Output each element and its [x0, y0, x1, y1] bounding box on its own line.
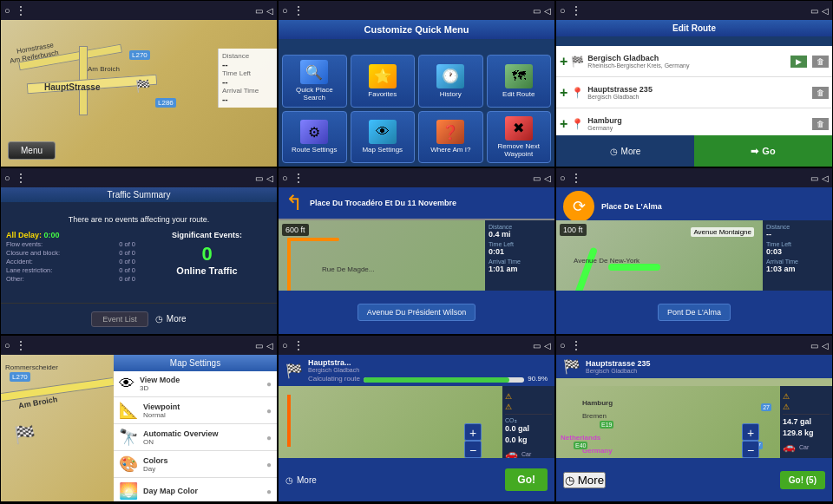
add-icon-0[interactable]: + — [560, 54, 567, 69]
cell-edit-route: ○ ⋮ ▭ ◁ Edit Route + 🏁 Bergisch Gladbach… — [555, 0, 833, 167]
back-icon-6[interactable]: ◁ — [822, 173, 829, 183]
circle-icon-4: ○ — [4, 173, 10, 183]
route-main-0: Bergisch Gladbach — [587, 54, 787, 62]
route-row-2: + 📍 Hamburg Germany 🗑 — [556, 108, 832, 135]
menu-dots-8[interactable]: ⋮ — [293, 339, 305, 351]
qm-label-history: History — [440, 90, 462, 98]
menu-dots-4[interactable]: ⋮ — [16, 172, 27, 184]
qm-item-map-settings[interactable]: 👁 Map Settings — [351, 111, 416, 164]
window-icon-4: ▭ — [255, 173, 263, 183]
zoom-plus-btn-8[interactable]: + — [464, 423, 482, 441]
menu-dots-6[interactable]: ⋮ — [571, 172, 582, 184]
label-hauptstrasse: HauptStrasse — [44, 82, 100, 92]
route-line-8 — [287, 395, 291, 447]
calc-more-button[interactable]: ◷ More — [285, 475, 317, 485]
all-delay-val: 0:00 — [44, 231, 60, 239]
zoom-minus-btn-8[interactable]: − — [464, 441, 482, 458]
closure-val: 0 of 0 — [119, 249, 135, 257]
route-del-btn-0[interactable]: 🗑 — [812, 56, 829, 68]
footer-street-btn-5[interactable]: Avenue Du Président Wilson — [357, 304, 476, 321]
calc-go-button[interactable]: Go! — [505, 468, 548, 491]
lane-label: Lane restriction: — [6, 266, 52, 274]
footer-street-btn-6[interactable]: Pont De L'Alma — [658, 304, 731, 321]
back-icon-9[interactable]: ◁ — [822, 341, 829, 350]
add-icon-2[interactable]: + — [560, 116, 567, 132]
add-icon-1[interactable]: + — [560, 85, 567, 101]
route-row-0: + 🏁 Bergisch Gladbach Rheinisch-Bergisch… — [556, 46, 832, 77]
back-icon-3[interactable]: ◁ — [822, 6, 829, 16]
back-icon-4[interactable]: ◁ — [266, 173, 273, 183]
traffic-row-flow: Flow events: 0 of 0 — [6, 240, 135, 248]
qm-item-where-am-i[interactable]: ❓ Where Am I? — [418, 111, 483, 164]
qm-item-favorites[interactable]: ⭐ Favorites — [351, 55, 416, 108]
settings-row-autooverview[interactable]: 🔭 Automatic Overview ON ● — [114, 424, 277, 451]
green-route-vert — [574, 246, 598, 291]
cell-navigation-map: ○ ⋮ ▭ ◁ The start point has disabled the… — [0, 0, 278, 167]
road-num-E40: E40 — [574, 442, 587, 449]
route-settings-icon: ⚙ — [300, 120, 328, 144]
menu-dots-5[interactable]: ⋮ — [293, 172, 305, 184]
cell-nav-trocadero: ○ ⋮ ▭ ◁ ↰ Place Du Trocadéro Et Du 11 No… — [278, 167, 555, 335]
finish-flag-icon: 🏁 — [135, 79, 150, 93]
menu-dots-3[interactable]: ⋮ — [571, 4, 582, 16]
viewpoint-text: Viewpoint Normal — [143, 403, 261, 419]
road-badge-L270: L270 — [129, 50, 150, 60]
event-list-button[interactable]: Event List — [91, 311, 148, 327]
menu-dots-1[interactable]: ⋮ — [16, 4, 27, 16]
window-icon-9: ▭ — [810, 341, 818, 350]
qm-item-route-settings[interactable]: ⚙ Route Settings — [282, 111, 347, 164]
nav-go-button-9[interactable]: Go! (5) — [780, 471, 825, 489]
qm-item-history[interactable]: 🕐 History — [418, 55, 483, 108]
nav-dest-9: Hauptstrasse 235 Bergisch Gladbach — [586, 359, 825, 374]
nav-sidebar-6: Distance -- Time Left 0:03 Arrival Time … — [763, 220, 832, 291]
topbar-8: ○ ⋮ ▭ ◁ — [279, 336, 554, 355]
topbar-1: ○ ⋮ ▭ ◁ — [1, 1, 277, 20]
qm-label-quick-place-search: Quick Place Search — [286, 86, 343, 101]
timeleft-label-5: Time Left — [489, 241, 551, 247]
route-del-btn-1[interactable]: 🗑 — [812, 87, 829, 99]
flow-label: Flow events: — [6, 240, 43, 248]
settings-row-daymap[interactable]: 🌅 Day Map Color ● — [114, 478, 277, 502]
nav-street-6: Place De L'Alma — [601, 202, 662, 211]
sig-events-val: 0 — [142, 243, 272, 265]
route-play-btn-0[interactable]: ▶ — [790, 56, 807, 68]
menu-dots-7[interactable]: ⋮ — [16, 339, 27, 351]
edit-route-go-button[interactable]: ➡ Go — [694, 135, 832, 167]
lane-val: 0 of 0 — [119, 266, 135, 274]
more-icon-4: ◷ — [155, 314, 163, 324]
quick-menu-header: Customize Quick Menu — [279, 20, 554, 39]
calc-right-panel: ⚠ ⚠ CO₂ 0.0 gal 0.0 kg 🚗 Car — [502, 386, 554, 458]
nav-more-button-9[interactable]: ◷ More — [563, 472, 606, 488]
settings-row-viewmode[interactable]: 👁 View Mode 3D ● — [114, 371, 277, 397]
more-label-4: More — [167, 314, 187, 324]
back-icon-2[interactable]: ◁ — [544, 6, 551, 16]
road-num-27: 27 — [761, 403, 771, 411]
menu-dots-9[interactable]: ⋮ — [571, 339, 582, 351]
back-icon-1[interactable]: ◁ — [266, 6, 273, 16]
back-icon-7[interactable]: ◁ — [266, 341, 273, 350]
nav-header-5: ↰ Place Du Trocadéro Et Du 11 Novembre — [279, 187, 554, 219]
traffic-more-button[interactable]: ◷ More — [155, 314, 187, 324]
route-del-btn-2[interactable]: 🗑 — [812, 118, 829, 130]
calc-dest-sub: Bergisch Gladbach — [308, 367, 548, 373]
gal-val-8: 0.0 gal — [505, 424, 552, 433]
colors-text: Colors Day — [143, 456, 261, 473]
traffic-message: There are no events affecting your route… — [6, 215, 272, 224]
settings-row-viewpoint[interactable]: 📐 Viewpoint Normal ● — [114, 397, 277, 424]
back-icon-5[interactable]: ◁ — [544, 173, 551, 183]
warn-icon-9-1: ⚠ — [783, 403, 830, 411]
qm-item-edit-route[interactable]: 🗺 Edit Route — [487, 55, 552, 108]
zoom-minus-btn-9[interactable]: − — [742, 441, 759, 458]
qm-item-quick-place-search[interactable]: 🔍 Quick Place Search — [282, 55, 347, 108]
zoom-plus-btn-9[interactable]: + — [742, 423, 759, 441]
qm-item-remove-waypoint[interactable]: ✖ Remove Next Waypoint — [487, 111, 552, 164]
back-icon-8[interactable]: ◁ — [544, 341, 551, 350]
circle-icon-8: ○ — [282, 340, 288, 350]
autooverview-text: Automatic Overview ON — [143, 429, 261, 446]
co2-label-8: CO₂ — [505, 417, 552, 424]
menu-dots-2[interactable]: ⋮ — [293, 4, 305, 16]
menu-button[interactable]: Menu — [8, 141, 56, 160]
calc-label: Calculating route — [308, 375, 360, 383]
edit-route-more-button[interactable]: ◷ More — [556, 135, 694, 167]
settings-row-colors[interactable]: 🎨 Colors Day ● — [114, 451, 277, 478]
